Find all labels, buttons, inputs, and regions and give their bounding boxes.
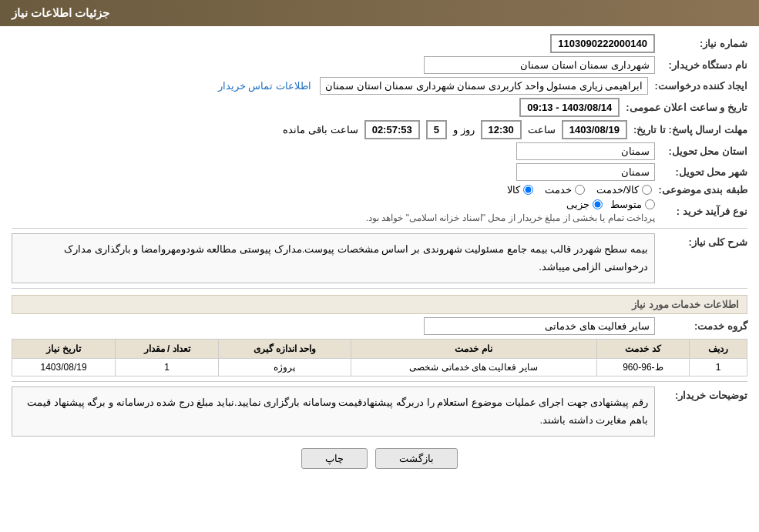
- cell-row: 1: [690, 358, 747, 376]
- delivery-city-row: شهر محل تحویل: سمنان: [12, 163, 747, 181]
- category-kala-khadamat-radio[interactable]: [642, 185, 652, 195]
- response-deadline-values: 1403/08/19 ساعت 12:30 روز و 5 02:57:53 س…: [12, 120, 627, 139]
- buyer-org-box: شهرداری سمنان استان سمنان: [424, 56, 655, 74]
- response-date-box: 1403/08/19: [562, 120, 627, 139]
- cell-name: سایر فعالیت های خدماتی شخصی: [351, 358, 596, 376]
- cell-date: 1403/08/19: [12, 358, 116, 376]
- description-text: بیمه سطح شهردر قالب بیمه جامع مسئولیت شه…: [64, 243, 648, 273]
- response-deadline-row: مهلت ارسال پاسخ: تا تاریخ: 1403/08/19 سا…: [12, 120, 747, 139]
- process-value: متوسط جزیی پرداخت تمام یا بخشی از مبلغ خ…: [12, 199, 655, 223]
- services-table-head: ردیف کد خدمت نام خدمت واحد اندازه گیری ت…: [12, 339, 747, 358]
- category-radio-group: کالا/خدمت خدمت کالا: [12, 184, 652, 196]
- col-date: تاریخ نیاز: [12, 339, 116, 358]
- cell-unit: پروژه: [219, 358, 351, 376]
- services-table-body: 1ط-96-960سایر فعالیت های خدماتی شخصیپروژ…: [12, 358, 747, 376]
- category-kala-radio[interactable]: [523, 185, 533, 195]
- delivery-city-box: سمنان: [516, 163, 655, 181]
- service-group-box: سایر فعالیت های خدماتی: [424, 317, 655, 335]
- category-kala-item: کالا: [507, 184, 533, 196]
- need-number-value: 1103090222000140: [12, 34, 655, 53]
- process-jozee-item: جزیی: [566, 199, 603, 210]
- col-qty: تعداد / مقدار: [116, 339, 219, 358]
- description-label: شرح کلی نیاز:: [655, 233, 747, 248]
- need-number-box: 1103090222000140: [550, 34, 655, 53]
- buyer-notes-label: توضیحات خریدار:: [655, 386, 747, 401]
- process-motavasset-label: متوسط: [610, 199, 642, 210]
- col-name: نام خدمت: [351, 339, 596, 358]
- description-value: بیمه سطح شهردر قالب بیمه جامع مسئولیت شه…: [12, 233, 655, 283]
- response-deadline-label: مهلت ارسال پاسخ: تا تاریخ:: [627, 124, 747, 136]
- days-box: 5: [426, 120, 447, 139]
- category-row: طبقه بندی موضوعی: کالا/خدمت خدمت کالا: [12, 184, 747, 196]
- category-label: طبقه بندی موضوعی:: [652, 184, 747, 196]
- response-time-label: ساعت: [528, 124, 556, 136]
- category-khadamat-label: خدمت: [545, 184, 572, 196]
- print-button[interactable]: چاپ: [301, 448, 368, 469]
- divider-3: [12, 381, 747, 382]
- col-row: ردیف: [690, 339, 747, 358]
- buyer-notes-box: رقم پیشنهادی جهت اجرای عملیات موضوع استع…: [12, 386, 655, 437]
- category-kala-khadamat-item: کالا/خدمت: [596, 184, 653, 196]
- requester-box: ابراهیمی زیاری مسئول واحد کاربردی سمنان …: [320, 77, 649, 95]
- services-table-header-row: ردیف کد خدمت نام خدمت واحد اندازه گیری ت…: [12, 339, 747, 358]
- process-jozee-label: جزیی: [566, 199, 589, 210]
- table-row: 1ط-96-960سایر فعالیت های خدماتی شخصیپروژ…: [12, 358, 747, 376]
- description-row: شرح کلی نیاز: بیمه سطح شهردر قالب بیمه ج…: [12, 233, 747, 283]
- process-row: نوع فرآیند خرید : متوسط جزیی پرداخت تمام…: [12, 199, 747, 223]
- need-number-row: شماره نیاز: 1103090222000140: [12, 34, 747, 53]
- buyer-org-value: شهرداری سمنان استان سمنان: [12, 56, 655, 74]
- services-table: ردیف کد خدمت نام خدمت واحد اندازه گیری ت…: [12, 339, 747, 376]
- process-label: نوع فرآیند خرید :: [655, 206, 747, 217]
- contact-link[interactable]: اطلاعات تماس خریدار: [218, 80, 311, 92]
- requester-value: ابراهیمی زیاری مسئول واحد کاربردی سمنان …: [12, 77, 648, 95]
- days-label: روز و: [453, 124, 475, 136]
- description-box: بیمه سطح شهردر قالب بیمه جامع مسئولیت شه…: [12, 233, 655, 283]
- announce-date-row: تاریخ و ساعت اعلان عمومی: 1403/08/14 - 0…: [12, 98, 747, 117]
- delivery-province-value: سمنان: [12, 142, 655, 160]
- requester-row: ایجاد کننده درخواست: ابراهیمی زیاری مسئو…: [12, 77, 747, 95]
- page-wrapper: جزئیات اطلاعات نیاز شماره نیاز: 11030902…: [0, 0, 759, 532]
- buyer-notes-value: رقم پیشنهادی جهت اجرای عملیات موضوع استع…: [12, 386, 655, 437]
- requester-label: ایجاد کننده درخواست:: [648, 80, 747, 92]
- divider-1: [12, 228, 747, 229]
- buyer-org-row: نام دستگاه خریدار: شهرداری سمنان استان س…: [12, 56, 747, 74]
- page-title: جزئیات اطلاعات نیاز: [12, 6, 109, 19]
- delivery-province-row: استان محل تحویل: سمنان: [12, 142, 747, 160]
- category-kala-khadamat-label: کالا/خدمت: [596, 184, 640, 196]
- col-code: کد خدمت: [596, 339, 690, 358]
- content-area: شماره نیاز: 1103090222000140 نام دستگاه …: [0, 26, 759, 484]
- buyer-org-label: نام دستگاه خریدار:: [655, 59, 747, 71]
- category-khadamat-radio[interactable]: [575, 185, 585, 195]
- process-jozee-radio[interactable]: [593, 199, 603, 209]
- back-button[interactable]: بازگشت: [375, 448, 458, 469]
- cell-qty: 1: [116, 358, 219, 376]
- service-group-value: سایر فعالیت های خدماتی: [12, 317, 655, 335]
- delivery-city-value: سمنان: [12, 163, 655, 181]
- divider-2: [12, 288, 747, 289]
- cell-code: ط-96-960: [596, 358, 690, 376]
- process-motavasset-item: متوسط: [610, 199, 655, 210]
- service-group-row: گروه خدمت: سایر فعالیت های خدماتی: [12, 317, 747, 335]
- buyer-notes-text: رقم پیشنهادی جهت اجرای عملیات موضوع استع…: [27, 396, 648, 426]
- announce-date-value: 1403/08/14 - 09:13: [12, 98, 620, 117]
- remaining-label: ساعت باقی مانده: [283, 124, 358, 136]
- announce-date-box: 1403/08/14 - 09:13: [519, 98, 620, 117]
- remaining-box: 02:57:53: [364, 120, 420, 139]
- delivery-province-label: استان محل تحویل:: [655, 146, 747, 157]
- category-kala-label: کالا: [507, 184, 520, 196]
- process-note: پرداخت تمام یا بخشی از مبلغ خریدار از مح…: [366, 212, 655, 223]
- category-khadamat-item: خدمت: [545, 184, 585, 196]
- announce-date-label: تاریخ و ساعت اعلان عمومی:: [620, 102, 747, 113]
- need-number-label: شماره نیاز:: [655, 38, 747, 49]
- services-section-header: اطلاعات خدمات مورد نیاز: [12, 295, 747, 314]
- response-time-box: 12:30: [481, 120, 522, 139]
- service-group-label: گروه خدمت:: [655, 320, 747, 332]
- process-motavasset-radio[interactable]: [645, 199, 655, 209]
- col-unit: واحد اندازه گیری: [219, 339, 351, 358]
- button-row: بازگشت چاپ: [12, 448, 747, 469]
- delivery-province-box: سمنان: [516, 142, 655, 160]
- delivery-city-label: شهر محل تحویل:: [655, 166, 747, 178]
- page-header: جزئیات اطلاعات نیاز: [0, 0, 759, 26]
- buyer-notes-row: توضیحات خریدار: رقم پیشنهادی جهت اجرای ع…: [12, 386, 747, 437]
